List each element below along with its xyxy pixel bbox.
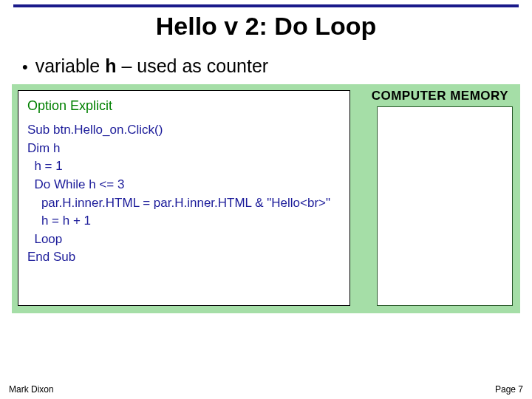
diagram-panel: Option Explicit Sub btn.Hello_on.Click()…	[12, 84, 520, 313]
bullet-prefix: variable	[35, 55, 106, 76]
bullet-marker-icon: •	[22, 59, 28, 75]
memory-label: COMPUTER MEMORY	[372, 89, 508, 103]
slide-footer: Mark Dixon Page 7	[9, 384, 523, 395]
bullet-text: variable h – used as counter	[35, 55, 268, 77]
code-line: Sub btn.Hello_on.Click()	[27, 121, 341, 140]
code-line: End Sub	[27, 248, 341, 267]
title-divider	[13, 4, 519, 7]
bullet-list: • variable h – used as counter	[22, 55, 532, 77]
slide-title: Hello v 2: Do Loop	[0, 12, 532, 41]
bullet-item: • variable h – used as counter	[22, 55, 532, 77]
code-line: par.H.inner.HTML = par.H.inner.HTML & "H…	[27, 194, 341, 213]
bullet-suffix: – used as counter	[116, 55, 268, 76]
code-line: Do While h <= 3	[27, 176, 341, 194]
code-line: Loop	[27, 231, 341, 249]
footer-page: Page 7	[495, 384, 523, 395]
code-option-explicit: Option Explicit	[27, 98, 341, 114]
bullet-variable: h	[105, 55, 116, 76]
code-line: h = h + 1	[27, 212, 341, 231]
code-line: h = 1	[27, 157, 341, 176]
code-box: Option Explicit Sub btn.Hello_on.Click()…	[18, 90, 350, 306]
footer-author: Mark Dixon	[9, 384, 54, 395]
memory-box	[377, 106, 513, 306]
code-line: Dim h	[27, 140, 341, 158]
